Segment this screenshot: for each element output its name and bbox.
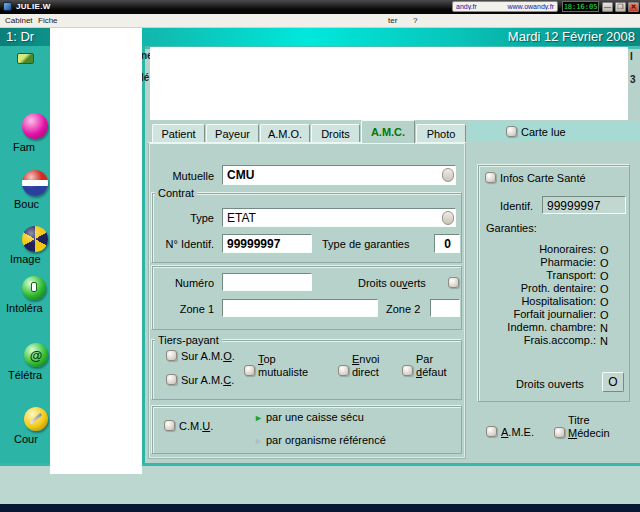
zone2-input[interactable] xyxy=(430,299,460,317)
tab-amc[interactable]: A.M.C. xyxy=(361,120,415,143)
menu-ter-fragment[interactable]: ter xyxy=(388,16,397,25)
infos-carte-checkbox[interactable] xyxy=(485,172,496,183)
carte-identif-label: Identif. xyxy=(500,200,533,212)
intolerances-icon[interactable] xyxy=(22,276,46,300)
header-date: Mardi 12 Février 2008 xyxy=(508,29,635,44)
sur-amc-label: Sur A.M.C. xyxy=(181,374,234,386)
garantie-value: O xyxy=(600,296,609,308)
top-mutualiste-checkbox[interactable] xyxy=(244,365,255,376)
caisse-arrow-icon[interactable]: ► xyxy=(254,413,263,423)
sidebar-item-teletrans[interactable]: Télétra xyxy=(8,369,42,381)
restore-button-icon[interactable]: ❐ xyxy=(615,2,626,12)
droits-ouverts-checkbox-label: Droits ouverts xyxy=(358,277,426,289)
cmu-caisse-option[interactable]: par une caisse sécu xyxy=(266,411,364,423)
carte-lue-label: Carte lue xyxy=(521,126,566,138)
courrier-icon[interactable] xyxy=(24,407,48,431)
app-icon xyxy=(3,2,12,11)
famille-icon[interactable] xyxy=(22,113,48,139)
imagerie-icon[interactable] xyxy=(22,226,48,252)
tab-droits[interactable]: Droits xyxy=(311,124,360,143)
garantie-label: Proth. dentaire: xyxy=(486,282,596,294)
par-defaut-label: Pardéfaut xyxy=(416,353,447,379)
identif-label: N° Identif. xyxy=(150,238,214,250)
par-defaut-checkbox[interactable] xyxy=(402,365,413,376)
garantie-label: Honoraires: xyxy=(486,243,596,255)
owandy-link-button[interactable]: andy.fr www.owandy.fr xyxy=(452,1,558,12)
carte-identif-value: 99999997 xyxy=(542,196,626,214)
zone1-label: Zone 1 xyxy=(150,303,214,315)
redacted-text-fragment: lé xyxy=(141,72,149,83)
digital-clock: 18:16:05 xyxy=(562,1,599,12)
sur-amo-checkbox[interactable] xyxy=(166,350,177,361)
type-label: Type xyxy=(150,212,214,224)
julie-window: JULIE.W andy.fr www.owandy.fr 18:16:05 —… xyxy=(0,0,640,512)
garantie-label: Forfait journalier: xyxy=(486,308,596,320)
carte-vitale-icon[interactable] xyxy=(17,53,34,64)
redacted-text-fragment: I xyxy=(630,51,633,62)
carte-droits-ouverts-value: O xyxy=(602,372,624,392)
identif-input[interactable]: 99999997 xyxy=(222,234,312,253)
redacted-text-fragment: 3 xyxy=(630,74,636,85)
bouche-icon[interactable] xyxy=(22,170,48,196)
sidebar-item-intolerances[interactable]: Intoléra xyxy=(6,302,43,314)
zone1-input[interactable] xyxy=(222,299,378,317)
menu-fiche[interactable]: Fiche xyxy=(38,16,58,25)
owandy-link-short[interactable]: andy.fr xyxy=(456,3,477,10)
zone2-label: Zone 2 xyxy=(386,303,420,315)
mutuelle-dropdown-button[interactable] xyxy=(442,168,454,182)
garantie-value: O xyxy=(600,244,609,256)
practice-name: 1: Dr xyxy=(6,29,34,44)
sidebar-item-courrier[interactable]: Cour xyxy=(14,433,38,445)
tab-photo[interactable]: Photo xyxy=(416,124,466,143)
cmu-label: C.M.U. xyxy=(179,420,213,432)
garantie-label: Pharmacie: xyxy=(486,256,596,268)
mutuelle-label: Mutuelle xyxy=(150,170,214,182)
type-garanties-input[interactable]: 0 xyxy=(434,234,460,253)
minimize-button-icon[interactable]: — xyxy=(602,2,613,12)
tab-payeur[interactable]: Payeur xyxy=(206,124,259,143)
teletrans-icon[interactable]: @ xyxy=(24,343,48,367)
sur-amc-checkbox[interactable] xyxy=(166,374,177,385)
tab-patient[interactable]: Patient xyxy=(152,124,205,143)
tab-amo[interactable]: A.M.O. xyxy=(260,124,310,143)
garantie-value: O xyxy=(600,257,609,269)
garanties-title: Garanties: xyxy=(486,222,537,234)
menu-bar xyxy=(0,14,640,28)
cmu-organisme-option[interactable]: par organisme référencé xyxy=(266,434,386,446)
garantie-value: O xyxy=(600,283,609,295)
redaction-box-patient-info xyxy=(150,47,628,120)
mutuelle-input[interactable]: CMU xyxy=(222,165,456,185)
ame-checkbox[interactable] xyxy=(486,426,497,437)
sidebar-item-famille[interactable]: Fam xyxy=(13,141,35,153)
redaction-box-left xyxy=(50,28,142,474)
garantie-label: Indemn. chambre: xyxy=(486,321,596,333)
sur-amo-label: Sur A.M.O. xyxy=(181,350,235,362)
garantie-value: O xyxy=(600,309,609,321)
app-title: JULIE.W xyxy=(16,2,51,11)
carte-lue-checkbox[interactable] xyxy=(506,126,517,137)
cmu-checkbox[interactable] xyxy=(164,420,175,431)
tiers-payant-legend: Tiers-payant xyxy=(155,334,222,346)
menu-cabinet[interactable]: Cabinet xyxy=(5,16,33,25)
type-input[interactable]: ETAT xyxy=(222,208,456,227)
organisme-arrow-icon[interactable]: ► xyxy=(254,436,263,446)
garantie-label: Frais.accomp.: xyxy=(486,334,596,346)
top-mutualiste-label: Topmutualiste xyxy=(258,353,308,379)
type-dropdown-button[interactable] xyxy=(442,211,454,225)
droits-ouverts-checkbox[interactable] xyxy=(448,277,459,288)
taskbar-strip xyxy=(0,504,640,512)
numero-input[interactable] xyxy=(222,273,312,291)
close-button-icon[interactable]: ✕ xyxy=(628,2,639,12)
envoi-direct-checkbox[interactable] xyxy=(338,365,349,376)
sidebar-item-bouche[interactable]: Bouc xyxy=(14,198,39,210)
numero-label: Numéro xyxy=(150,277,214,289)
menu-help[interactable]: ? xyxy=(413,16,417,25)
contrat-legend: Contrat xyxy=(155,187,197,199)
owandy-link-full[interactable]: www.owandy.fr xyxy=(507,3,554,10)
pen-icon xyxy=(30,413,43,424)
titre-medecin-checkbox[interactable] xyxy=(554,427,565,438)
bottle-icon xyxy=(31,282,37,292)
carte-droits-ouverts-label: Droits ouverts xyxy=(516,378,584,390)
sidebar-item-imagerie[interactable]: Image xyxy=(10,253,41,265)
garantie-value: N xyxy=(600,335,608,347)
